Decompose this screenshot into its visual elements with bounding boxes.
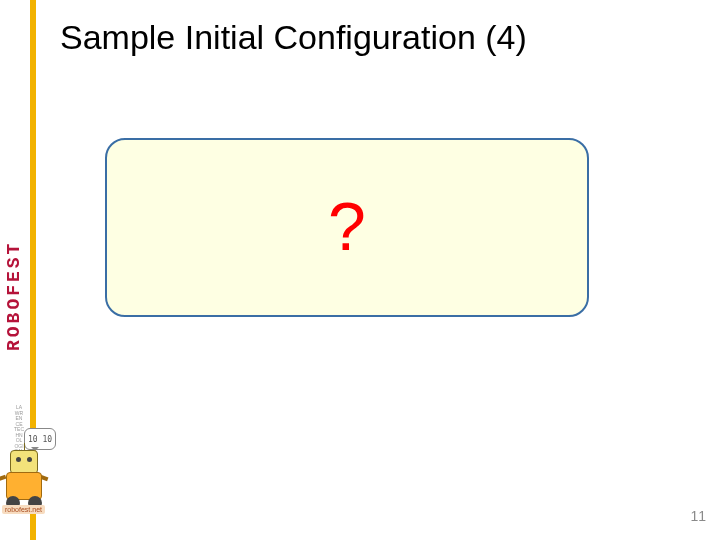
- content-box: ?: [105, 138, 589, 317]
- brand-vertical: ROBOFEST: [4, 192, 26, 400]
- speech-bubble: 10 10: [24, 428, 56, 450]
- robot-illustration: 10 10 robofest.net: [0, 428, 60, 518]
- robot-head-icon: [10, 450, 38, 474]
- robot-tag: robofest.net: [2, 505, 45, 514]
- question-mark: ?: [328, 192, 366, 260]
- slide-title: Sample Initial Configuration (4): [60, 18, 700, 57]
- slide: ROBOFEST LAWRENCE TECHNOLOGICAL UNIVERSI…: [0, 0, 720, 540]
- page-number: 11: [690, 508, 706, 524]
